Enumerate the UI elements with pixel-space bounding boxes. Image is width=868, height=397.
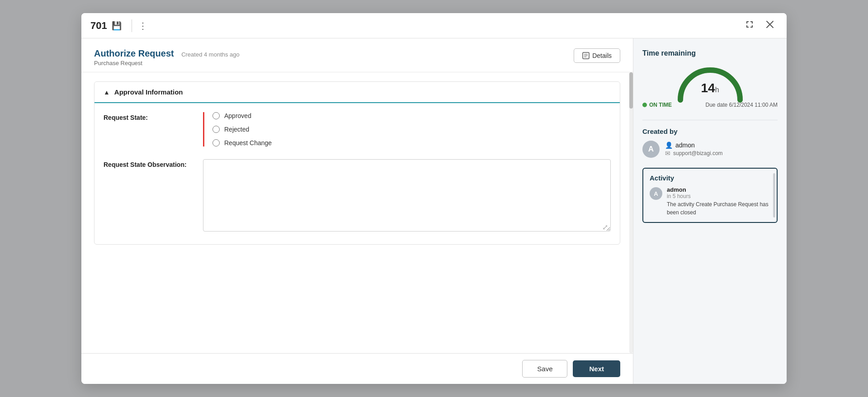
user-row: A 👤 admon ✉ support@bizagi.com — [642, 141, 778, 158]
request-state-label: Request State: — [104, 112, 203, 121]
request-state-control: Approved Rejected Request — [203, 112, 611, 147]
page-subtitle: Purchase Request — [94, 60, 240, 66]
user-email-row: ✉ support@bizagi.com — [665, 150, 723, 157]
activity-content: admon in 5 hours The activity Create Pur… — [667, 186, 770, 217]
email-icon: ✉ — [665, 150, 670, 157]
radio-label-rejected: Rejected — [224, 126, 249, 133]
user-name-row: 👤 admon — [665, 142, 723, 149]
activity-item: A admon in 5 hours The activity Create P… — [650, 186, 770, 217]
header-actions — [741, 18, 778, 33]
radio-approved[interactable]: Approved — [212, 112, 611, 119]
created-by-title: Created by — [642, 128, 778, 135]
page-header: Authorize Request Created 4 months ago P… — [81, 38, 633, 72]
next-button[interactable]: Next — [573, 360, 620, 377]
save-button[interactable]: Save — [522, 360, 567, 378]
panel-divider-1 — [642, 120, 778, 120]
time-remaining-title: Time remaining — [642, 49, 778, 57]
details-button[interactable]: Details — [574, 48, 620, 63]
more-options-icon[interactable]: ⋮ — [138, 20, 148, 31]
scrollbar-track[interactable] — [629, 72, 633, 353]
user-info: 👤 admon ✉ support@bizagi.com — [665, 142, 723, 157]
radio-input-approved[interactable] — [212, 112, 220, 119]
radio-group: Approved Rejected Request — [203, 112, 611, 147]
page-title-block: Authorize Request Created 4 months ago P… — [94, 48, 240, 66]
modal: 701 💾 ⋮ — [81, 13, 787, 384]
radio-input-request-change[interactable] — [212, 139, 220, 147]
activity-title: Activity — [650, 174, 770, 182]
right-panel: Time remaining 14h — [633, 38, 787, 384]
close-button[interactable] — [762, 19, 778, 33]
section-toggle-icon: ▲ — [104, 89, 110, 96]
creator-email: support@bizagi.com — [673, 150, 723, 156]
radio-label-request-change: Request Change — [224, 139, 272, 147]
main-content: Authorize Request Created 4 months ago P… — [81, 38, 633, 384]
observation-control: ⤢ — [203, 159, 611, 233]
activity-time: in 5 hours — [667, 193, 770, 199]
form-scroll: ▲ Approval Information Request State: — [81, 72, 633, 353]
details-icon — [582, 52, 590, 59]
activity-box: Activity A admon in 5 hours The activity… — [642, 168, 778, 223]
observation-row: Request State Observation: ⤢ — [104, 159, 611, 233]
creator-name: admon — [675, 142, 695, 149]
radio-label-approved: Approved — [224, 112, 251, 119]
user-icon: 👤 — [665, 142, 673, 149]
textarea-wrapper: ⤢ — [203, 159, 611, 233]
gauge-value-display: 14h — [701, 81, 719, 95]
record-number: 701 — [90, 20, 107, 32]
radio-input-rejected[interactable] — [212, 126, 220, 133]
expand-button[interactable] — [741, 18, 758, 33]
activity-avatar: A — [650, 187, 662, 200]
status-dot — [642, 103, 647, 107]
status-label: ON TIME — [649, 102, 672, 108]
details-label: Details — [592, 52, 612, 59]
request-state-row: Request State: Approved — [104, 112, 611, 147]
due-date: Due date 6/12/2024 11:00 AM — [706, 102, 778, 108]
radio-rejected[interactable]: Rejected — [212, 126, 611, 133]
header-divider — [132, 19, 132, 32]
radio-request-change[interactable]: Request Change — [212, 139, 611, 147]
section-title: Approval Information — [114, 88, 183, 96]
creator-avatar: A — [642, 141, 660, 158]
observation-textarea[interactable] — [203, 159, 611, 232]
status-badge: ON TIME — [642, 102, 672, 108]
modal-footer: Save Next — [81, 353, 633, 384]
save-icon[interactable]: 💾 — [112, 21, 122, 31]
scrollbar-thumb[interactable] — [629, 72, 633, 109]
activity-user: admon — [667, 186, 770, 193]
section-body: Request State: Approved — [94, 103, 620, 244]
modal-header: 701 💾 ⋮ — [81, 13, 787, 38]
gauge-unit: h — [715, 86, 719, 94]
activity-scrollbar[interactable] — [773, 173, 775, 217]
activity-text: The activity Create Purchase Request has… — [667, 200, 770, 217]
page-title: Authorize Request — [94, 48, 174, 58]
modal-body: Authorize Request Created 4 months ago P… — [81, 38, 787, 384]
page-created: Created 4 months ago — [181, 51, 240, 58]
section-header[interactable]: ▲ Approval Information — [94, 82, 620, 103]
gauge-number: 14 — [701, 81, 715, 95]
gauge-container: 14h — [642, 64, 778, 95]
approval-section: ▲ Approval Information Request State: — [94, 81, 620, 245]
observation-label: Request State Observation: — [104, 159, 203, 168]
modal-overlay: 701 💾 ⋮ — [0, 0, 868, 397]
status-row: ON TIME Due date 6/12/2024 11:00 AM — [642, 102, 778, 108]
